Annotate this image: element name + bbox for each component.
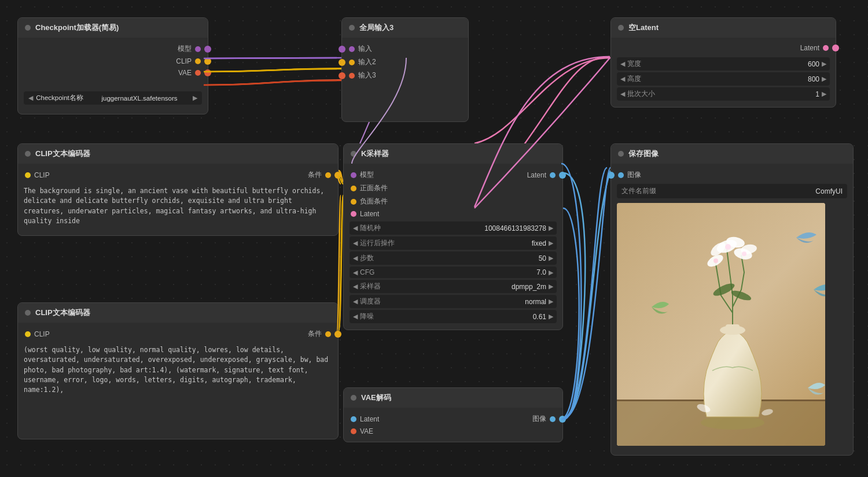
postop-right-arrow[interactable]: ▶ (549, 239, 553, 247)
scheduler-control[interactable]: ◀ 调度器 normal ▶ (350, 295, 557, 308)
clip1-clip-row: CLIP 条件 (18, 168, 338, 182)
input3-left-connector[interactable] (339, 72, 345, 79)
clip2-clip-row: CLIP 条件 (18, 327, 338, 341)
seed-control[interactable]: ◀ 随机种 1008466131983278 ▶ (350, 221, 557, 235)
input2-dot[interactable] (349, 60, 355, 65)
clip1-text[interactable]: The background is single, an ancient vas… (24, 186, 332, 226)
save-image-input-label: 图像 (627, 170, 641, 180)
input2-left-connector[interactable] (339, 59, 345, 66)
model-output-connector[interactable] (204, 46, 211, 53)
clip2-output-connector[interactable] (334, 331, 341, 338)
sampler-control[interactable]: ◀ 采样器 dpmpp_2m ▶ (350, 280, 557, 293)
denoise-right-arrow[interactable]: ▶ (549, 313, 553, 320)
generated-image (617, 203, 825, 446)
clip-output-dot[interactable] (195, 58, 201, 64)
checkpoint-node: Checkpoint加载器(简易) 模型 CLIP VAE ◀ Checkpoi… (17, 17, 208, 114)
height-right-arrow[interactable]: ▶ (822, 75, 826, 83)
vae-decoder-vae-row: VAE (344, 426, 562, 437)
clip-output-connector[interactable] (204, 58, 211, 65)
k-latent-output-connector[interactable] (559, 172, 566, 179)
global-input1-row: 输入 (342, 42, 468, 56)
batch-right-arrow[interactable]: ▶ (822, 90, 826, 98)
clip-encoder-1-node: CLIP文本编码器 CLIP 条件 The background is sing… (17, 143, 339, 236)
vae-decoder-image-output-dot[interactable] (550, 416, 556, 422)
clip2-input-dot[interactable] (25, 331, 31, 337)
cfg-left-arrow[interactable]: ◀ (353, 269, 358, 276)
clip-encoder-1-dot (25, 151, 31, 157)
postop-left-arrow[interactable]: ◀ (353, 239, 358, 247)
cfg-right-arrow[interactable]: ▶ (549, 269, 553, 276)
denoise-control[interactable]: ◀ 降噪 0.61 ▶ (350, 310, 557, 323)
cfg-control[interactable]: ◀ CFG 7.0 ▶ (350, 267, 557, 278)
save-image-input-connector[interactable] (608, 172, 615, 179)
svg-point-10 (725, 244, 731, 250)
clip1-input-dot[interactable] (25, 172, 31, 178)
k-latent-input-dot[interactable] (351, 211, 356, 217)
latent-output-connector[interactable] (832, 45, 839, 51)
checkpoint-selector[interactable]: ◀ Checkpoint名称 juggernautXL.safetensors … (24, 91, 202, 105)
k-pos-cond-dot[interactable] (351, 186, 356, 191)
width-left-arrow[interactable]: ◀ (620, 60, 625, 68)
clip-encoder-1-title: CLIP文本编码器 (35, 149, 90, 159)
global-input3-row: 输入3 (342, 69, 468, 82)
clip-encoder-2-dot (25, 310, 31, 316)
seed-left-arrow[interactable]: ◀ (353, 224, 358, 232)
global-input2-row: 输入2 (342, 56, 468, 69)
sampler-right-arrow[interactable]: ▶ (549, 283, 553, 290)
save-image-header: 保存图像 (611, 144, 853, 164)
model-output-dot[interactable] (195, 46, 201, 52)
save-image-input-dot[interactable] (618, 172, 624, 178)
vae-decoder-vae-dot[interactable] (351, 428, 356, 434)
latent-output-dot[interactable] (823, 45, 829, 51)
k-neg-cond-dot[interactable] (351, 199, 356, 205)
width-control[interactable]: ◀ 宽度 600 ▶ (617, 57, 830, 71)
checkpoint-name: Checkpoint名称 (33, 94, 86, 102)
vae-decoder-latent-row: Latent 图像 (344, 412, 562, 426)
seed-right-arrow[interactable]: ▶ (549, 224, 553, 232)
batch-control[interactable]: ◀ 批次大小 1 ▶ (617, 87, 830, 101)
save-image-title: 保存图像 (628, 149, 659, 159)
k-model-row: 模型 Latent (344, 168, 562, 182)
empty-latent-node: 空Latent Latent ◀ 宽度 600 ▶ ◀ 高度 800 ▶ ◀ 批… (610, 17, 836, 108)
steps-control[interactable]: ◀ 步数 50 ▶ (350, 252, 557, 265)
input1-left-connector[interactable] (339, 46, 345, 53)
vae-decoder-latent-dot[interactable] (351, 416, 356, 422)
vae-output-dot[interactable] (195, 70, 201, 76)
vae-decoder-header: VAE解码 (344, 388, 562, 408)
vae-output-connector[interactable] (204, 69, 211, 76)
height-control[interactable]: ◀ 高度 800 ▶ (617, 72, 830, 86)
k-model-dot[interactable] (351, 172, 356, 178)
denoise-left-arrow[interactable]: ◀ (353, 313, 358, 320)
input3-dot[interactable] (349, 73, 355, 79)
clip2-output-dot[interactable] (325, 331, 331, 337)
input1-dot[interactable] (349, 46, 355, 52)
file-prefix-label: 文件名前缀 (621, 186, 815, 196)
clip2-text[interactable]: (worst quality, low quality, normal qual… (24, 345, 332, 395)
vae-decoder-image-output-connector[interactable] (559, 416, 566, 423)
checkpoint-right-arrow[interactable]: ▶ (193, 94, 197, 102)
scheduler-right-arrow[interactable]: ▶ (549, 298, 553, 305)
file-prefix-value: ComfyUI (815, 187, 843, 195)
checkpoint-left-arrow[interactable]: ◀ (28, 94, 33, 102)
svg-point-13 (742, 252, 746, 256)
clip1-output-dot[interactable] (325, 172, 331, 178)
width-right-arrow[interactable]: ▶ (822, 60, 826, 68)
steps-left-arrow[interactable]: ◀ (353, 254, 358, 262)
empty-latent-title: 空Latent (628, 23, 659, 33)
checkpoint-dot (25, 25, 31, 31)
clip1-output-connector[interactable] (334, 172, 341, 179)
batch-left-arrow[interactable]: ◀ (620, 90, 625, 98)
height-left-arrow[interactable]: ◀ (620, 75, 625, 83)
checkpoint-model-output: 模型 (18, 42, 208, 56)
steps-right-arrow[interactable]: ▶ (549, 254, 553, 262)
checkpoint-title: Checkpoint加载器(简易) (35, 23, 119, 33)
scheduler-left-arrow[interactable]: ◀ (353, 298, 358, 305)
sampler-left-arrow[interactable]: ◀ (353, 283, 358, 290)
k-latent-input-row: Latent (344, 208, 562, 220)
svg-point-15 (713, 258, 718, 263)
post-op-control[interactable]: ◀ 运行后操作 fixed ▶ (350, 236, 557, 250)
k-sampler-dot (351, 151, 356, 157)
file-prefix-row: 文件名前缀 ComfyUI (617, 184, 847, 198)
k-latent-output-dot[interactable] (550, 172, 556, 178)
clip-encoder-1-header: CLIP文本编码器 (18, 144, 338, 164)
